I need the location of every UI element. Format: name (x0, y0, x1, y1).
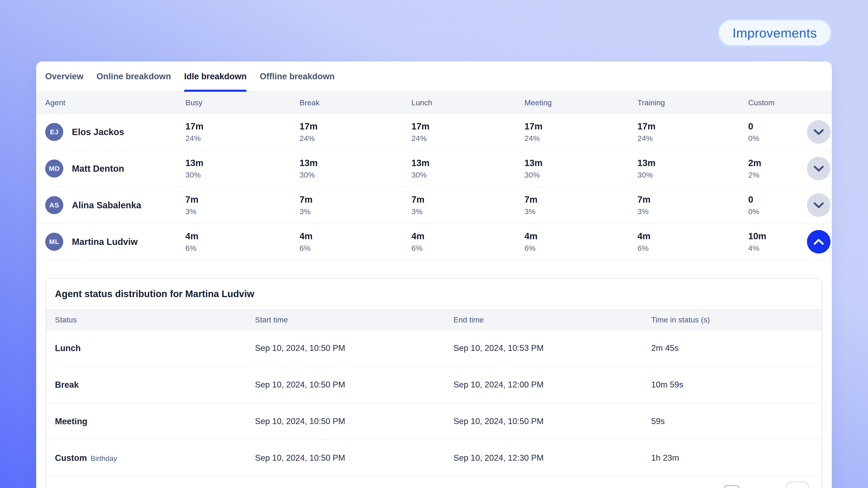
break-percent: 6% (300, 244, 411, 252)
custom-value: 0 (748, 122, 807, 131)
current-page-box[interactable]: 1 (724, 485, 739, 488)
busy-percent: 3% (185, 207, 300, 215)
meeting-value: 13m (524, 158, 638, 167)
table-row: AS Alina Sabalenka 7m3% 7m3% 7m3% 7m3% 7… (36, 187, 832, 224)
busy-value: 13m (185, 158, 300, 167)
chevron-up-icon (814, 239, 824, 245)
agent-name: Martina Ludviw (72, 237, 138, 247)
avatar: ML (45, 233, 63, 251)
end-time: Sep 10, 2024, 10:50 PM (454, 417, 651, 426)
busy-value: 4m (185, 232, 300, 240)
training-percent: 6% (638, 244, 748, 252)
expand-row-button[interactable] (807, 157, 831, 180)
training-value: 17m (638, 122, 748, 131)
custom-percent: 0% (748, 134, 807, 142)
expand-row-button[interactable] (807, 120, 831, 144)
break-value: 13m (300, 158, 411, 167)
status-row: Lunch Sep 10, 2024, 10:50 PM Sep 10, 202… (46, 330, 822, 367)
lunch-percent: 3% (411, 207, 524, 215)
custom-percent: 4% (748, 244, 807, 252)
column-header-busy: Busy (185, 98, 300, 107)
tab-offline-breakdown[interactable]: Offline breakdown (260, 61, 335, 91)
break-value: 4m (300, 232, 411, 240)
break-value: 7m (300, 195, 411, 204)
meeting-value: 7m (524, 195, 638, 204)
idle-breakdown-card: Overview Online breakdown Idle breakdown… (36, 61, 832, 488)
time-in-status: 10m 59s (651, 380, 813, 390)
custom-value: 2m (748, 158, 807, 167)
collapse-row-button[interactable] (807, 230, 831, 254)
time-in-status: 2m 45s (651, 344, 813, 353)
detail-card-title: Agent status distribution for Martina Lu… (46, 279, 822, 309)
column-header-meeting: Meeting (524, 98, 638, 107)
tab-online-breakdown[interactable]: Online breakdown (96, 61, 171, 91)
avatar: EJ (45, 123, 63, 141)
column-header-agent: Agent (45, 98, 185, 107)
chevron-down-icon (814, 166, 824, 172)
status-row: CustomBirthday Sep 10, 2024, 10:50 PM Se… (46, 440, 822, 477)
start-time: Sep 10, 2024, 10:50 PM (255, 380, 454, 390)
improvements-badge[interactable]: Improvements (718, 19, 832, 46)
start-time: Sep 10, 2024, 10:50 PM (255, 344, 454, 353)
busy-value: 17m (185, 122, 300, 131)
busy-percent: 24% (185, 134, 300, 142)
break-value: 17m (300, 122, 411, 131)
time-in-status: 59s (651, 417, 813, 426)
agent-table-header: Agent Busy Break Lunch Meeting Training … (36, 92, 832, 114)
meeting-percent: 6% (524, 244, 638, 252)
status-note: Birthday (90, 454, 117, 462)
lunch-value: 4m (411, 232, 524, 240)
break-percent: 30% (300, 171, 411, 179)
table-row: EJ Elos Jackos 17m24% 17m24% 17m24% 17m2… (36, 114, 832, 151)
lunch-percent: 30% (411, 171, 524, 179)
agent-name: Matt Denton (72, 164, 124, 174)
meeting-percent: 30% (524, 171, 638, 179)
custom-value: 10m (748, 232, 807, 240)
meeting-percent: 3% (524, 207, 638, 215)
training-value: 13m (638, 158, 748, 167)
custom-value: 0 (748, 195, 807, 204)
meeting-value: 4m (524, 232, 638, 240)
tab-idle-breakdown[interactable]: Idle breakdown (184, 61, 247, 91)
lunch-value: 7m (411, 195, 524, 204)
status-table-header: Status Start time End time Time in statu… (46, 309, 822, 330)
column-header-end-time: End time (454, 315, 651, 324)
busy-percent: 30% (185, 171, 300, 179)
start-time: Sep 10, 2024, 10:50 PM (255, 453, 454, 463)
column-header-status: Status (55, 315, 255, 324)
break-percent: 24% (300, 134, 411, 142)
custom-percent: 0% (748, 207, 807, 215)
end-time: Sep 10, 2024, 10:53 PM (454, 344, 651, 353)
status-row: Break Sep 10, 2024, 10:50 PM Sep 10, 202… (46, 367, 822, 403)
meeting-percent: 24% (524, 134, 638, 142)
chevron-down-icon (814, 129, 824, 135)
busy-value: 7m (185, 195, 300, 204)
status-name: Meeting (55, 417, 88, 426)
table-row: ML Martina Ludviw 4m6% 4m6% 4m6% 4m6% 4m… (36, 224, 832, 260)
lunch-percent: 24% (411, 134, 524, 142)
avatar: AS (45, 196, 63, 214)
end-time: Sep 10, 2024, 12:30 PM (454, 453, 651, 463)
column-header-start-time: Start time (255, 315, 454, 324)
status-name: Break (55, 380, 79, 390)
chevron-down-icon (814, 202, 824, 208)
meeting-value: 17m (524, 122, 638, 131)
tab-overview[interactable]: Overview (45, 61, 84, 91)
column-header-training: Training (638, 98, 748, 107)
start-time: Sep 10, 2024, 10:50 PM (255, 417, 454, 426)
expand-row-button[interactable] (807, 193, 831, 217)
training-percent: 3% (638, 207, 748, 215)
table-row: MD Matt Denton 13m30% 13m30% 13m30% 13m3… (36, 151, 832, 187)
column-header-time-in-status: Time in status (s) (651, 315, 813, 324)
training-percent: 24% (638, 134, 748, 142)
next-page-button[interactable] (786, 482, 809, 488)
break-percent: 3% (300, 207, 411, 215)
training-value: 4m (638, 232, 748, 240)
busy-percent: 6% (185, 244, 300, 252)
column-header-break: Break (300, 98, 411, 107)
status-name: Lunch (55, 344, 81, 353)
training-percent: 30% (638, 171, 748, 179)
tab-bar: Overview Online breakdown Idle breakdown… (36, 61, 832, 92)
pagination: Current page 1 of 1 (46, 477, 822, 488)
avatar: MD (45, 160, 63, 177)
